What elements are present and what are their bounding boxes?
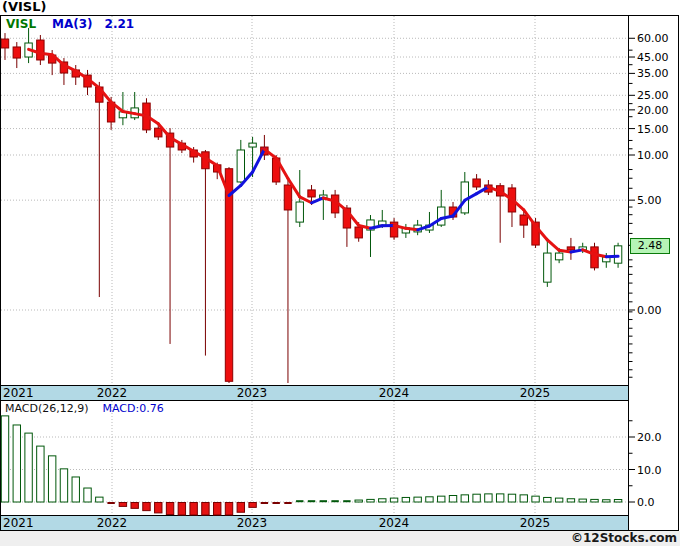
macd-bar (520, 495, 527, 502)
year-label: 2022 (97, 386, 128, 400)
macd-bar (25, 433, 32, 502)
macd-bar (367, 499, 374, 502)
price-tick-label: 35.00 (637, 67, 669, 80)
macd-bar (225, 503, 232, 516)
candle-body (249, 143, 256, 147)
macd-bar (272, 502, 279, 504)
macd-bar (544, 497, 551, 502)
price-tick-label: 0.00 (637, 304, 662, 317)
macd-bar (202, 503, 209, 516)
stock-chart-widget: (VISL) 60.0045.0035.0025.0020.0015.0010.… (0, 0, 680, 546)
macd-bar (13, 425, 20, 502)
candle-body (284, 185, 291, 210)
macd-bar (96, 497, 103, 502)
macd-value: MACD:0.76 (103, 402, 164, 415)
legend-ma-label: MA(3) (52, 17, 93, 31)
macd-bar (591, 499, 598, 502)
watermark: ©12Stocks.com (0, 531, 680, 546)
price-legend: VISLMA(3)2.21 (6, 17, 134, 31)
legend-ma-value: 2.21 (105, 17, 135, 31)
macd-bar (532, 496, 539, 502)
macd-bar (320, 500, 327, 502)
macd-bar (84, 488, 91, 502)
ma-line-segment (559, 250, 571, 252)
price-tick-label: 5.00 (637, 194, 662, 207)
macd-bar (402, 497, 409, 502)
candle-body (555, 253, 562, 260)
year-label: 2023 (237, 386, 268, 400)
macd-bar (508, 494, 515, 502)
year-label: 2024 (379, 516, 410, 530)
macd-bar (414, 497, 421, 502)
macd-bar (60, 469, 67, 502)
macd-bar (485, 494, 492, 502)
candle-body (544, 253, 551, 282)
macd-bar (473, 494, 480, 502)
year-label: 2021 (3, 386, 34, 400)
price-tick-label: 25.00 (637, 89, 669, 102)
macd-bar (438, 496, 445, 502)
macd-bar (496, 494, 503, 502)
last-price-badge: 2.48 (630, 238, 670, 254)
candle-body (155, 128, 162, 137)
macd-bar (603, 500, 610, 502)
macd-bar (461, 495, 468, 502)
candle-body (473, 179, 480, 187)
candle-body (520, 215, 527, 225)
price-tick-label: 45.00 (637, 51, 669, 64)
footer-bar: ©12Stocks.com (0, 531, 680, 546)
year-label: 2022 (97, 516, 128, 530)
macd-bar (567, 499, 574, 502)
macd-bar (237, 503, 244, 513)
candle-body (37, 40, 44, 60)
candle-body (614, 246, 621, 263)
macd-bar (579, 499, 586, 502)
macd-bar (296, 500, 303, 502)
macd-bar (355, 500, 362, 502)
price-tick-label: 15.00 (637, 123, 669, 136)
ma-line-segment (406, 228, 418, 229)
candle-body (13, 47, 20, 58)
macd-bar (143, 503, 150, 511)
macd-bar (178, 503, 185, 516)
macd-tick-label: 10.0 (637, 464, 662, 477)
chart-canvas: 60.0045.0035.0025.0020.0015.0010.005.000… (0, 0, 680, 546)
candle-body (567, 247, 574, 250)
ma-line-segment (123, 111, 135, 113)
legend-symbol: VISL (6, 17, 36, 31)
macd-bar (166, 503, 173, 515)
macd-bar (214, 503, 221, 516)
macd-bar (426, 497, 433, 502)
macd-bar (614, 500, 621, 502)
macd-tick-label: 0.0 (637, 496, 655, 509)
macd-bar (131, 503, 138, 509)
macd-bar (284, 502, 291, 504)
candle-body (296, 202, 303, 222)
year-label: 2021 (3, 516, 34, 530)
candle-body (591, 247, 598, 268)
macd-bar (190, 503, 197, 516)
macd-legend: MACD(26,12,9)MACD:0.76 (5, 402, 164, 415)
macd-bar (379, 499, 386, 502)
macd-bar (261, 502, 268, 504)
candle-body (355, 227, 362, 238)
year-label: 2024 (379, 386, 410, 400)
candle-body (225, 169, 232, 382)
macd-bar (119, 503, 126, 507)
macd-bar (107, 502, 114, 504)
year-label: 2023 (237, 516, 268, 530)
macd-bar (343, 500, 350, 502)
macd-bar (155, 503, 162, 513)
macd-bar (331, 500, 338, 502)
ma-line-segment (40, 53, 52, 55)
macd-bar (48, 456, 55, 502)
macd-bar (37, 446, 44, 502)
macd-bar (449, 496, 456, 503)
macd-bar (308, 500, 315, 502)
ma-line-segment (571, 250, 583, 252)
macd-bar (72, 477, 79, 502)
macd-bar (1, 416, 8, 502)
year-label: 2025 (520, 516, 551, 530)
candle-body (1, 39, 8, 48)
candle-body (308, 190, 315, 197)
